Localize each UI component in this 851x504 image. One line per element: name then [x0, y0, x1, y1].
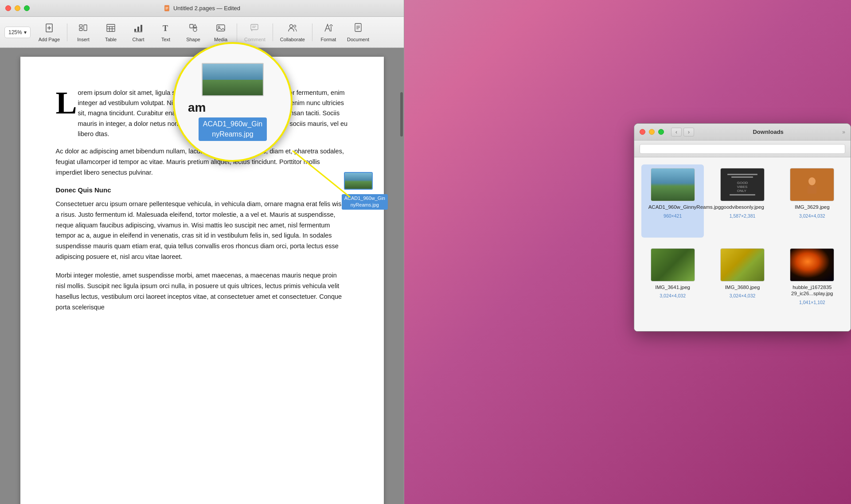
- collaborate-label: Collaborate: [280, 37, 305, 42]
- finder-window: ‹ › Downloads » ACAD1_960w_GinnyReams.jp…: [634, 123, 851, 332]
- zoom-chevron-icon: ▾: [24, 29, 27, 35]
- finder-item-name-img3641: IMG_3641.jpeg: [655, 284, 690, 291]
- window-title: Untitled 2.pages — Edited: [164, 5, 240, 12]
- comment-label: Comment: [244, 37, 265, 42]
- finder-traffic-lights: [640, 129, 664, 135]
- toolbar-text[interactable]: T Text: [152, 20, 179, 45]
- toolbar-collaborate[interactable]: Collaborate: [276, 20, 309, 45]
- svg-marker-22: [193, 24, 197, 27]
- finder-close-button[interactable]: [640, 129, 645, 135]
- drag-filename-label: ACAD1_960w_Gin nyReams.jpg: [342, 194, 388, 210]
- comment-icon: [250, 23, 260, 35]
- finder-expand-button[interactable]: »: [842, 129, 845, 135]
- toolbar-document[interactable]: Document: [343, 20, 374, 45]
- finder-item-name-hubble: hubble_j1672835 29_ic26...splay.jpg: [788, 284, 836, 297]
- media-label: Media: [214, 37, 227, 42]
- svg-rect-1: [165, 7, 168, 8]
- chart-label: Chart: [133, 37, 144, 42]
- toolbar-divider-3: [273, 23, 273, 41]
- insert-icon: [78, 23, 89, 35]
- svg-rect-9: [84, 25, 87, 31]
- maximize-button[interactable]: [24, 5, 30, 11]
- svg-point-24: [218, 26, 220, 28]
- finder-item-size-acad1: 960×421: [664, 213, 682, 219]
- svg-rect-23: [217, 25, 225, 31]
- finder-item-img3629[interactable]: IMG_3629.jpeg 3,024×4,032: [781, 164, 843, 238]
- collaborate-icon: [287, 23, 298, 35]
- finder-item-acad1[interactable]: ACAD1_960w_GinnyReams.jpg 960×421: [641, 164, 704, 238]
- text-icon: T: [160, 23, 171, 35]
- finder-item-name-acad1: ACAD1_960w_GinnyReams.jpg: [648, 204, 697, 211]
- toolbar-shape[interactable]: Shape: [180, 20, 207, 45]
- pages-window: Untitled 2.pages — Edited 125% ▾ Add Pag…: [0, 0, 404, 504]
- svg-rect-25: [251, 24, 258, 30]
- svg-rect-7: [79, 25, 82, 27]
- toolbar-table[interactable]: Table: [98, 20, 124, 45]
- finder-thumb-img3641: [651, 248, 695, 281]
- shape-label: Shape: [186, 37, 200, 42]
- finder-item-size-img3629: 3,024×4,032: [799, 213, 825, 219]
- svg-rect-3: [165, 9, 167, 9]
- toolbar-comment[interactable]: Comment: [240, 20, 270, 45]
- magnifier-text-snippet: am: [175, 101, 206, 115]
- finder-item-size-img3641: 3,024×4,032: [660, 293, 686, 298]
- toolbar-add-page[interactable]: Add Page: [34, 20, 64, 45]
- finder-item-hubble[interactable]: hubble_j1672835 29_ic26...splay.jpg 1,04…: [781, 245, 843, 324]
- finder-titlebar: ‹ › Downloads »: [634, 124, 851, 141]
- table-label: Table: [105, 37, 117, 42]
- toolbar-media[interactable]: Media: [207, 20, 234, 45]
- svg-point-36: [808, 177, 816, 185]
- add-page-icon: [44, 23, 55, 35]
- toolbar-divider-4: [312, 23, 312, 41]
- zoom-value: 125%: [8, 29, 22, 35]
- finder-item-goodvibes[interactable]: GOODVIBESONLY goodvibesonly.jpeg 1,587×2…: [711, 164, 773, 238]
- svg-point-29: [293, 25, 296, 27]
- svg-rect-16: [137, 27, 139, 31]
- svg-point-21: [193, 28, 197, 31]
- finder-maximize-button[interactable]: [658, 129, 664, 135]
- svg-rect-10: [107, 24, 115, 31]
- minimize-button[interactable]: [15, 5, 20, 11]
- shape-icon: [188, 23, 199, 35]
- finder-item-img3641[interactable]: IMG_3641.jpeg 3,024×4,032: [641, 245, 704, 324]
- scrollbar[interactable]: [399, 92, 403, 402]
- finder-path-bar[interactable]: [640, 144, 845, 154]
- text-label: Text: [161, 37, 170, 42]
- document-icon: [353, 23, 363, 35]
- finder-minimize-button[interactable]: [649, 129, 655, 135]
- svg-point-28: [289, 24, 293, 27]
- finder-thumb-goodvibes: GOODVIBESONLY: [720, 168, 765, 201]
- pages-title-bar: Untitled 2.pages — Edited: [0, 0, 404, 17]
- format-icon: [323, 23, 334, 35]
- document-icon: [164, 5, 171, 12]
- format-label: Format: [321, 37, 336, 42]
- finder-item-size-goodvibes: 1,587×2,381: [730, 213, 756, 219]
- finder-item-name-goodvibes: goodvibesonly.jpeg: [721, 204, 764, 211]
- zoom-control[interactable]: 125% ▾: [4, 27, 31, 38]
- add-page-label: Add Page: [39, 37, 60, 42]
- paragraph-4: Morbi integer molestie, amet suspendisse…: [56, 270, 348, 313]
- svg-rect-8: [79, 28, 82, 31]
- finder-item-size-hubble: 1,041×1,102: [799, 300, 825, 305]
- finder-content: ACAD1_960w_GinnyReams.jpg 960×421 GOODVI…: [634, 157, 851, 331]
- svg-rect-37: [808, 186, 816, 194]
- toolbar-divider-1: [67, 23, 67, 41]
- paragraph-3: Consectetuer arcu ipsum ornare pellentes…: [56, 199, 348, 263]
- toolbar-chart[interactable]: Chart: [125, 20, 152, 45]
- scrollbar-thumb[interactable]: [400, 92, 403, 137]
- finder-nav-buttons: ‹ ›: [671, 128, 694, 137]
- toolbar-divider-2: [237, 23, 237, 41]
- title-text: Untitled 2.pages — Edited: [173, 5, 240, 12]
- finder-item-img3680[interactable]: IMG_3680.jpeg 3,024×4,032: [711, 245, 773, 324]
- finder-forward-button[interactable]: ›: [683, 128, 694, 137]
- finder-toolbar: [634, 141, 851, 157]
- media-icon: [215, 23, 226, 35]
- toolbar-insert[interactable]: Insert: [70, 20, 97, 45]
- close-button[interactable]: [5, 5, 11, 11]
- finder-back-button[interactable]: ‹: [671, 128, 682, 137]
- magnifier-image-preview: [202, 63, 264, 96]
- magnifier-filename: ACAD1_960w_Gin nyReams.jpg: [199, 117, 267, 141]
- magnifier-circle: am ACAD1_960w_Gin nyReams.jpg: [173, 42, 293, 162]
- toolbar-format[interactable]: Format: [315, 20, 342, 45]
- drag-thumbnail: [344, 172, 373, 190]
